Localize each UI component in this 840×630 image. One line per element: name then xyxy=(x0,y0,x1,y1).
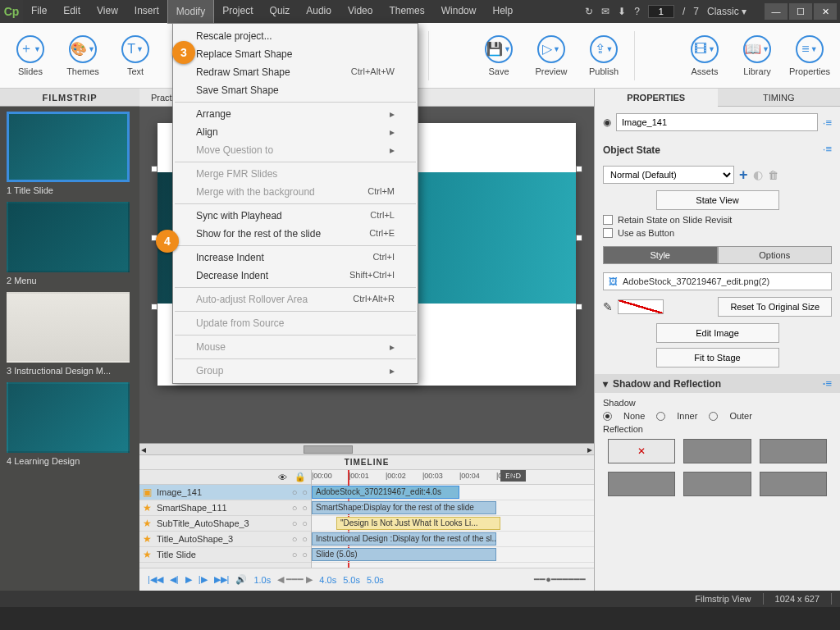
timeline-clip[interactable]: AdobeStock_370219467_edit:4.0s xyxy=(312,486,459,499)
shadow-none-radio[interactable] xyxy=(603,412,612,421)
menu-video[interactable]: Video xyxy=(340,0,381,24)
menu-insert[interactable]: Insert xyxy=(126,0,167,24)
object-name-input[interactable] xyxy=(616,113,818,131)
lock-column-icon[interactable]: 🔒 xyxy=(294,472,306,482)
resize-handle[interactable] xyxy=(576,304,582,310)
retain-state-checkbox[interactable]: Retain State on Slide Revisit xyxy=(603,215,832,225)
use-as-button-checkbox[interactable]: Use as Button xyxy=(603,228,832,238)
timeline-clip[interactable]: SmartShape:Display for the rest of the s… xyxy=(312,501,496,514)
visibility-toggle-icon[interactable]: ◉ xyxy=(603,116,611,128)
properties-button[interactable]: ≡▼Properties xyxy=(784,28,835,84)
reflection-label: Reflection xyxy=(603,424,832,434)
add-state-button[interactable]: + xyxy=(739,167,748,184)
menu-item-align[interactable]: Align▸ xyxy=(173,123,418,141)
state-select[interactable]: Normal (Default) xyxy=(603,166,734,184)
forward-end-button[interactable]: ▶▶| xyxy=(214,574,230,585)
text-button[interactable]: T▼Text xyxy=(110,28,161,84)
assets-button[interactable]: 🎞▼Assets xyxy=(679,28,730,84)
timeline-clip[interactable]: Instructional Design :Display for the re… xyxy=(312,532,496,546)
reflection-preset[interactable] xyxy=(683,472,751,496)
timeline-layer[interactable]: ★Title_AutoShape_3○○ xyxy=(139,532,311,547)
menu-item-save-smart-shape[interactable]: Save Smart Shape xyxy=(173,81,418,99)
fit-to-stage-button[interactable]: Fit to Stage xyxy=(656,348,779,368)
image-source-field[interactable]: 🖼 AdobeStock_370219467_edit.png(2) xyxy=(603,272,832,290)
menu-item-rescale-project-[interactable]: Rescale project... xyxy=(173,27,418,45)
eyedropper-icon[interactable]: ✎ xyxy=(603,300,613,313)
slide-thumbnail[interactable]: 4 Learning Design xyxy=(7,382,133,466)
reflection-preset[interactable] xyxy=(608,472,675,496)
save-button[interactable]: 💾▼Save xyxy=(473,28,524,84)
preview-button[interactable]: ▷▼Preview xyxy=(526,28,577,84)
tab-timing[interactable]: TIMING xyxy=(718,89,841,107)
delete-state-button[interactable]: 🗑 xyxy=(768,169,778,181)
menu-edit[interactable]: Edit xyxy=(55,0,89,24)
menu-help[interactable]: Help xyxy=(484,0,521,24)
menu-item-decrease-indent[interactable]: Decrease IndentShift+Ctrl+I xyxy=(173,267,418,285)
menu-view[interactable]: View xyxy=(89,0,126,24)
timeline-layer[interactable]: ★Title Slide○○ xyxy=(139,547,311,563)
rewind-start-button[interactable]: |◀◀ xyxy=(148,574,163,585)
minimize-button[interactable]: — xyxy=(765,3,788,20)
shadow-menu-icon[interactable]: ∙≡ xyxy=(823,377,832,390)
help-icon[interactable]: ? xyxy=(634,6,640,17)
timeline-clip[interactable]: "Design Is Not Just What It Looks Li... xyxy=(336,517,500,530)
mail-icon[interactable]: ✉ xyxy=(601,6,609,17)
timeline-layer[interactable]: ▣Image_141○○ xyxy=(139,485,311,500)
visibility-column-icon[interactable]: 👁 xyxy=(276,472,288,482)
reflection-preset[interactable] xyxy=(683,439,751,463)
workspace-switcher[interactable]: Classic ▾ xyxy=(707,6,746,17)
sync-icon[interactable]: ↻ xyxy=(585,6,593,17)
menu-audio[interactable]: Audio xyxy=(298,0,340,24)
publish-button[interactable]: ⇪▼Publish xyxy=(578,28,629,84)
library-button[interactable]: 📖▼Library xyxy=(732,28,783,84)
shadow-outer-radio[interactable] xyxy=(709,412,718,421)
resize-handle[interactable] xyxy=(151,166,158,172)
menu-item-sync-with-playhead[interactable]: Sync with PlayheadCtrl+L xyxy=(173,207,418,225)
panel-menu-icon[interactable]: ∙≡ xyxy=(823,116,832,129)
state-menu-icon[interactable]: ∙≡ xyxy=(823,143,832,155)
transparency-swatch[interactable] xyxy=(618,299,664,314)
timeline-layer[interactable]: ★SubTitle_AutoShape_3○○ xyxy=(139,516,311,532)
menu-item-redraw-smart-shape[interactable]: Redraw Smart ShapeCtrl+Alt+W xyxy=(173,63,418,81)
reset-size-button[interactable]: Reset To Original Size xyxy=(718,297,832,317)
resize-handle[interactable] xyxy=(576,166,582,172)
menu-item-increase-indent[interactable]: Increase IndentCtrl+I xyxy=(173,249,418,267)
menu-themes[interactable]: Themes xyxy=(381,0,432,24)
mute-button[interactable]: 🔊 xyxy=(235,574,247,585)
download-icon[interactable]: ⬇ xyxy=(618,6,626,17)
slide-thumbnail[interactable]: 3 Instructional Design M... xyxy=(7,292,133,376)
menu-quiz[interactable]: Quiz xyxy=(262,0,299,24)
resize-handle[interactable] xyxy=(151,304,158,310)
reflection-preset[interactable] xyxy=(760,472,827,496)
page-current[interactable]: 1 xyxy=(648,5,674,18)
close-button[interactable]: ✕ xyxy=(814,3,837,20)
play-button[interactable]: ▶ xyxy=(185,574,192,585)
subtab-style[interactable]: Style xyxy=(603,246,718,264)
menu-file[interactable]: File xyxy=(23,0,55,24)
menu-window[interactable]: Window xyxy=(433,0,485,24)
resize-handle[interactable] xyxy=(576,235,582,241)
subtab-options[interactable]: Options xyxy=(718,246,833,264)
slide-thumbnail[interactable]: 2 Menu xyxy=(7,202,133,285)
timeline-layer[interactable]: ★SmartShape_111○○ xyxy=(139,500,311,516)
step-forward-button[interactable]: |▶ xyxy=(199,574,208,585)
tab-properties[interactable]: PROPERTIES xyxy=(595,89,718,107)
shadow-reflection-accordion[interactable]: ▾ Shadow and Reflection ∙≡ xyxy=(595,374,840,393)
menu-item-replace-smart-shape[interactable]: Replace Smart Shape xyxy=(173,45,418,63)
menu-item-show-for-the-rest-of-the-slide[interactable]: Show for the rest of the slideCtrl+E xyxy=(173,225,418,243)
state-view-button[interactable]: State View xyxy=(656,190,779,210)
slides-button[interactable]: ＋▼Slides xyxy=(5,28,56,84)
menu-modify[interactable]: Modify xyxy=(167,0,214,24)
slide-thumbnail[interactable]: 1 Title Slide xyxy=(7,112,133,195)
menu-project[interactable]: Project xyxy=(214,0,261,24)
reflection-preset[interactable] xyxy=(760,439,827,463)
horizontal-scrollbar[interactable]: ◂ ▸ xyxy=(139,444,594,455)
maximize-button[interactable]: ☐ xyxy=(789,3,812,20)
reflection-none[interactable]: ✕ xyxy=(608,439,675,463)
step-back-button[interactable]: ◀| xyxy=(170,574,179,585)
edit-image-button[interactable]: Edit Image xyxy=(656,323,779,343)
themes-button[interactable]: 🎨▼Themes xyxy=(57,28,108,84)
shadow-inner-radio[interactable] xyxy=(656,412,665,421)
menu-item-arrange[interactable]: Arrange▸ xyxy=(173,105,418,123)
timeline-clip[interactable]: Slide (5.0s) xyxy=(312,548,496,561)
